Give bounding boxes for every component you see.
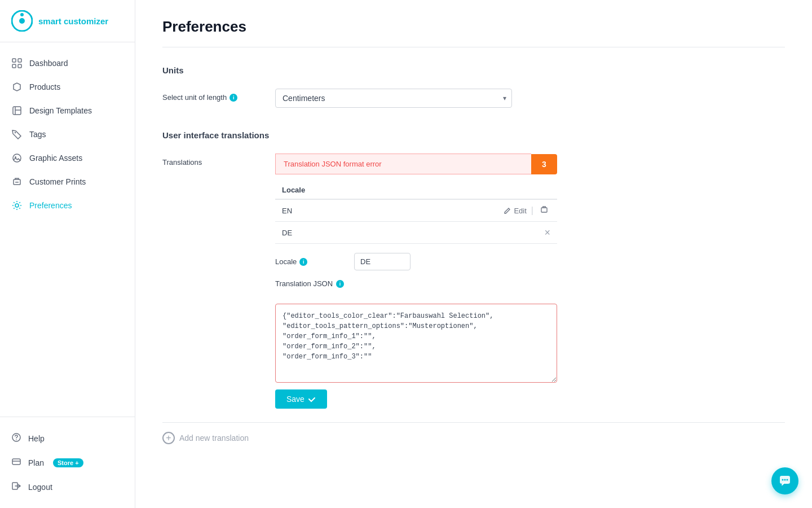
- json-info-icon: i: [336, 280, 344, 288]
- table-row: DE ×: [275, 222, 557, 244]
- add-translation-button[interactable]: + Add new translation: [162, 422, 785, 444]
- locale-actions-header: [382, 181, 557, 199]
- translation-error: Translation JSON format error 3: [275, 154, 557, 174]
- translations-label: Translations: [162, 154, 264, 167]
- units-section: Units Select unit of length i Centimeter…: [162, 65, 785, 108]
- graphic-assets-label: Graphic Assets: [29, 154, 82, 163]
- page-title: Preferences: [162, 18, 785, 36]
- dashboard-label: Dashboard: [29, 59, 68, 68]
- app-name: smart customizer: [38, 16, 108, 26]
- svg-rect-5: [12, 64, 16, 68]
- sidebar-item-design-templates[interactable]: Design Templates: [0, 99, 135, 122]
- logout-label: Logout: [28, 483, 52, 492]
- chat-icon: [779, 475, 791, 487]
- translations-section: User interface translations Translations…: [162, 130, 785, 444]
- sidebar-item-logout[interactable]: Logout: [0, 475, 135, 499]
- sidebar-item-products[interactable]: Products: [0, 75, 135, 99]
- de-actions: ×: [389, 227, 550, 238]
- error-message: Translation JSON format error: [284, 160, 382, 168]
- svg-point-2: [20, 13, 24, 16]
- unit-select[interactable]: Centimeters Inches Millimeters: [275, 89, 512, 108]
- preferences-icon: [11, 200, 23, 211]
- en-actions: Edit |: [389, 205, 550, 216]
- sidebar-item-dashboard[interactable]: Dashboard: [0, 51, 135, 75]
- svg-rect-18: [12, 459, 20, 465]
- locale-code-de: DE: [275, 222, 382, 244]
- locale-table: Locale EN Edit: [275, 181, 557, 244]
- close-de-button[interactable]: ×: [544, 227, 550, 238]
- design-templates-icon: [11, 105, 23, 116]
- unit-of-length-row: Select unit of length i Centimeters Inch…: [162, 89, 785, 108]
- add-translation-label: Add new translation: [179, 433, 249, 443]
- units-section-title: Units: [162, 65, 785, 75]
- sidebar-logo: smart customizer: [0, 0, 135, 42]
- svg-point-15: [15, 204, 19, 207]
- separator: |: [531, 205, 533, 216]
- sidebar-item-customer-prints[interactable]: Customer Prints: [0, 170, 135, 194]
- table-row: EN Edit |: [275, 199, 557, 222]
- unit-info-icon: i: [230, 94, 237, 102]
- plan-icon: [11, 457, 21, 468]
- sidebar-item-help[interactable]: Help: [0, 426, 135, 450]
- translations-section-title: User interface translations: [162, 130, 785, 140]
- graphic-assets-icon: [11, 152, 23, 164]
- customer-prints-label: Customer Prints: [29, 177, 86, 186]
- logout-icon: [11, 481, 21, 493]
- locale-input-label: Locale i: [275, 253, 343, 266]
- checkmark-icon: [308, 395, 316, 403]
- plan-label: Plan: [28, 458, 44, 467]
- translations-area: Translation JSON format error 3 Locale: [275, 154, 557, 409]
- svg-point-26: [782, 479, 784, 481]
- sidebar-item-preferences[interactable]: Preferences: [0, 194, 135, 217]
- products-label: Products: [29, 82, 60, 91]
- translations-row: Translations Translation JSON format err…: [162, 154, 785, 409]
- error-bar: Translation JSON format error: [275, 154, 531, 174]
- dashboard-icon: [11, 58, 23, 69]
- sidebar-bottom: Help Plan Store + Logout: [0, 417, 135, 508]
- unit-of-length-label: Select unit of length i: [162, 89, 264, 102]
- svg-point-11: [13, 154, 21, 162]
- delete-en-button[interactable]: [538, 205, 550, 216]
- tags-icon: [11, 129, 23, 140]
- locale-column-header: Locale: [275, 181, 382, 199]
- svg-rect-14: [15, 182, 19, 183]
- edit-en-button[interactable]: Edit: [504, 207, 526, 215]
- sidebar: smart customizer Dashboard Products Desi…: [0, 0, 135, 508]
- svg-rect-4: [18, 59, 21, 62]
- error-badge: 3: [531, 154, 557, 174]
- locale-actions-de: ×: [382, 222, 557, 244]
- preferences-label: Preferences: [29, 201, 72, 210]
- locale-input[interactable]: [354, 253, 411, 270]
- sidebar-item-graphic-assets[interactable]: Graphic Assets: [0, 146, 135, 170]
- help-label: Help: [28, 434, 45, 443]
- svg-rect-21: [541, 208, 547, 212]
- json-row: Translation JSON i {"editor_tools_color_…: [275, 279, 557, 383]
- locale-info-icon: i: [299, 258, 307, 266]
- translation-json-textarea[interactable]: {"editor_tools_color_clear":"Farbauswahl…: [275, 304, 557, 383]
- sidebar-nav: Dashboard Products Design Templates Tags: [0, 42, 135, 417]
- customer-prints-icon: [11, 176, 23, 187]
- chat-fab-button[interactable]: [771, 467, 798, 494]
- svg-rect-3: [12, 59, 16, 62]
- svg-point-1: [19, 18, 25, 24]
- json-label: Translation JSON: [275, 279, 333, 288]
- sidebar-item-tags[interactable]: Tags: [0, 122, 135, 146]
- trash-icon: [540, 205, 548, 213]
- save-button[interactable]: Save: [275, 389, 327, 409]
- sidebar-item-plan[interactable]: Plan Store +: [0, 450, 135, 475]
- unit-select-container: Centimeters Inches Millimeters ▾: [275, 89, 512, 108]
- locale-input-row: Locale i: [275, 253, 557, 270]
- store-badge[interactable]: Store +: [53, 458, 83, 467]
- svg-point-28: [787, 479, 788, 481]
- main-content: Preferences Units Select unit of length …: [135, 0, 812, 508]
- svg-point-27: [784, 479, 786, 481]
- locale-code-en: EN: [275, 199, 382, 222]
- design-templates-label: Design Templates: [29, 106, 92, 115]
- pencil-icon: [504, 207, 511, 214]
- tags-label: Tags: [29, 130, 46, 139]
- unit-select-wrapper: Centimeters Inches Millimeters ▾: [275, 89, 512, 108]
- app-logo-icon: [11, 10, 33, 32]
- help-icon: [11, 432, 21, 444]
- svg-rect-7: [13, 107, 21, 115]
- svg-point-10: [15, 132, 16, 133]
